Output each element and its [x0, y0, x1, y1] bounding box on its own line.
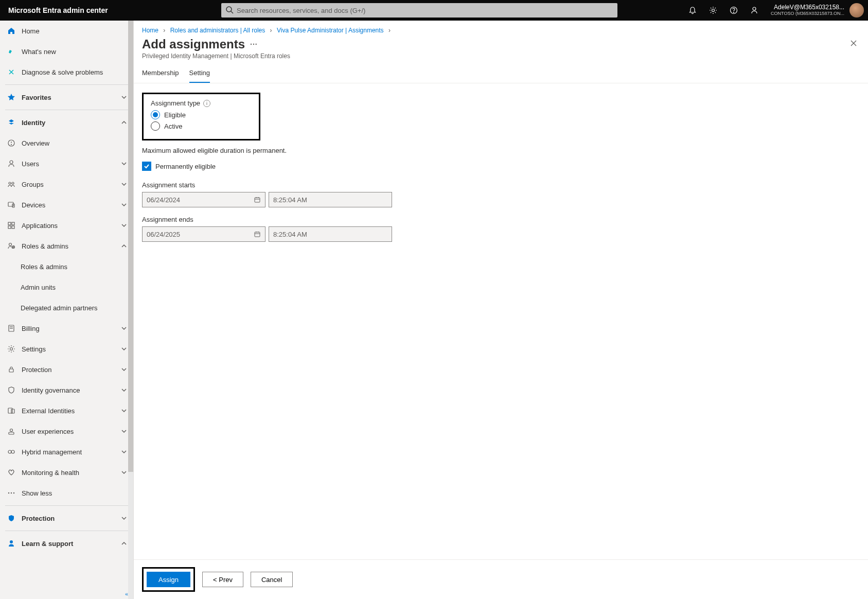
global-search[interactable] [221, 3, 617, 17]
sidebar-item-roles-admins-sub[interactable]: Roles & admins [0, 256, 133, 277]
sidebar-item-label: Diagnose & solve problems [22, 68, 127, 76]
sidebar-item-external[interactable]: External Identities [0, 400, 133, 421]
sparkle-icon [6, 46, 16, 57]
sidebar-item-home[interactable]: Home [0, 21, 133, 41]
sidebar-divider [5, 531, 128, 531]
heart-icon [6, 467, 16, 478]
breadcrumb-sep: › [163, 27, 165, 34]
tab-setting[interactable]: Setting [189, 65, 210, 83]
assign-highlight-box: Assign [142, 567, 195, 592]
sidebar-item-label: Protection [22, 366, 121, 374]
notifications-icon[interactable] [682, 0, 703, 21]
end-time-input[interactable]: 8:25:04 AM [269, 226, 392, 242]
sidebar-item-diagnose[interactable]: Diagnose & solve problems [0, 62, 133, 82]
sidebar-item-label: Learn & support [22, 540, 121, 548]
user-avatar[interactable] [849, 3, 864, 17]
breadcrumb: Home › Roles and administrators | All ro… [134, 21, 868, 37]
sidebar-item-label: Applications [22, 222, 121, 230]
cancel-button[interactable]: Cancel [251, 572, 293, 587]
page-header: Add assignments ··· Privileged Identity … [134, 37, 868, 65]
search-input[interactable] [221, 3, 617, 17]
svg-point-18 [9, 243, 12, 246]
sidebar-item-identity[interactable]: Identity [0, 112, 133, 133]
sidebar-item-delegated[interactable]: Delegated admin partners [0, 297, 133, 318]
sidebar-item-groups[interactable]: Groups [0, 174, 133, 195]
svg-rect-37 [255, 198, 260, 202]
sidebar-item-label: Devices [22, 201, 121, 209]
assign-button[interactable]: Assign [147, 572, 190, 587]
sidebar-divider [5, 84, 128, 85]
breadcrumb-home[interactable]: Home [142, 27, 158, 34]
sidebar-item-label: Delegated admin partners [21, 304, 127, 312]
svg-point-2 [712, 9, 715, 12]
page-title-more-button[interactable]: ··· [250, 40, 258, 48]
feedback-icon[interactable] [744, 0, 765, 21]
breadcrumb-viva[interactable]: Viva Pulse Administrator | Assignments [277, 27, 384, 34]
svg-point-4 [734, 12, 734, 13]
start-date-value: 06/24/2024 [147, 196, 180, 204]
sidebar-item-monitoring[interactable]: Monitoring & health [0, 462, 133, 483]
sidebar-item-label: Monitoring & health [22, 469, 121, 477]
svg-point-23 [10, 348, 13, 350]
chevron-down-icon [121, 449, 127, 455]
chevron-down-icon [121, 346, 127, 352]
radio-eligible[interactable]: Eligible [151, 110, 252, 119]
diagnose-icon [6, 67, 16, 77]
governance-icon [6, 385, 16, 395]
assignment-type-label: Assignment type [151, 99, 200, 107]
footer-actions: Assign < Prev Cancel [134, 559, 868, 599]
tab-membership[interactable]: Membership [142, 65, 179, 83]
external-icon [6, 406, 16, 416]
chevron-down-icon [121, 366, 127, 373]
sidebar-item-learn-support[interactable]: Learn & support [0, 533, 133, 554]
users-icon [6, 158, 16, 169]
helper-text: Maximum allowed eligible duration is per… [142, 147, 860, 154]
assignment-ends-group: Assignment ends 06/24/2025 8:25:04 AM [142, 216, 860, 242]
sidebar-item-user-exp[interactable]: User experiences [0, 421, 133, 442]
star-icon [6, 92, 16, 102]
assignment-ends-label: Assignment ends [142, 216, 860, 223]
sidebar-item-label: Settings [22, 345, 121, 353]
sidebar-item-hybrid[interactable]: Hybrid management [0, 442, 133, 462]
sidebar-item-protection2[interactable]: Protection [0, 508, 133, 528]
end-time-value: 8:25:04 AM [273, 231, 307, 238]
sidebar-item-label: Roles & admins [22, 242, 121, 250]
devices-icon [6, 200, 16, 210]
sidebar-item-roles-admins[interactable]: Roles & admins [0, 236, 133, 256]
user-account[interactable]: AdeleV@M365x032158... CONTOSO (M365X0321… [765, 4, 849, 16]
sidebar-item-devices[interactable]: Devices [0, 195, 133, 215]
sidebar-item-whatsnew[interactable]: What's new [0, 41, 133, 62]
assignment-type-highlight-box: Assignment type i Eligible Active [142, 93, 260, 140]
sidebar-item-settings[interactable]: Settings [0, 339, 133, 359]
close-panel-button[interactable] [847, 37, 860, 49]
chevron-down-icon [121, 325, 127, 331]
sidebar-item-overview[interactable]: Overview [0, 133, 133, 153]
checkbox-permanently-eligible[interactable]: Permanently eligible [142, 162, 860, 171]
sidebar-item-identity-gov[interactable]: Identity governance [0, 380, 133, 400]
prev-button[interactable]: < Prev [202, 572, 243, 587]
start-date-input[interactable]: 06/24/2024 [142, 192, 265, 207]
radio-active[interactable]: Active [151, 121, 252, 131]
sidebar-item-protection[interactable]: Protection [0, 359, 133, 380]
end-date-input[interactable]: 06/24/2025 [142, 226, 265, 242]
sidebar-item-show-less[interactable]: Show less [0, 483, 133, 503]
sidebar-item-applications[interactable]: Applications [0, 215, 133, 236]
sidebar-item-users[interactable]: Users [0, 153, 133, 174]
page-subtitle: Privileged Identity Management | Microso… [142, 52, 847, 60]
sidebar-item-admin-units[interactable]: Admin units [0, 277, 133, 297]
radio-icon [151, 121, 160, 131]
more-icon [6, 488, 16, 498]
info-icon[interactable]: i [203, 100, 210, 107]
user-org: CONTOSO (M365X03215873.ON... [771, 11, 844, 16]
end-date-value: 06/24/2025 [147, 231, 180, 238]
svg-point-30 [11, 450, 14, 453]
start-time-input[interactable]: 8:25:04 AM [269, 192, 392, 207]
breadcrumb-roles[interactable]: Roles and administrators | All roles [170, 27, 265, 34]
sidebar-collapse-button[interactable]: « [0, 589, 133, 599]
sidebar-item-label: Roles & admins [21, 263, 127, 271]
chevron-down-icon [121, 408, 127, 414]
help-icon[interactable] [723, 0, 744, 21]
settings-icon[interactable] [703, 0, 723, 21]
sidebar-item-favorites[interactable]: Favorites [0, 87, 133, 108]
sidebar-item-billing[interactable]: Billing [0, 318, 133, 339]
